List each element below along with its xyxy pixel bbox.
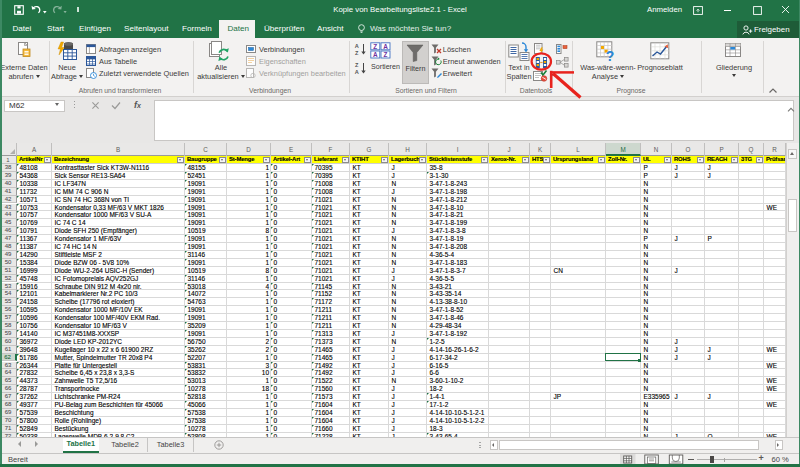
svg-text:A: A xyxy=(355,69,359,75)
svg-text:Z: Z xyxy=(384,51,388,58)
svg-text:A: A xyxy=(373,51,378,58)
svg-text:Z: Z xyxy=(355,62,359,68)
svg-text:?: ? xyxy=(606,48,615,63)
svg-text:Z: Z xyxy=(373,43,377,50)
svg-text:A: A xyxy=(355,43,359,49)
svg-text:Z: Z xyxy=(355,50,359,56)
svg-text:A: A xyxy=(383,43,388,50)
